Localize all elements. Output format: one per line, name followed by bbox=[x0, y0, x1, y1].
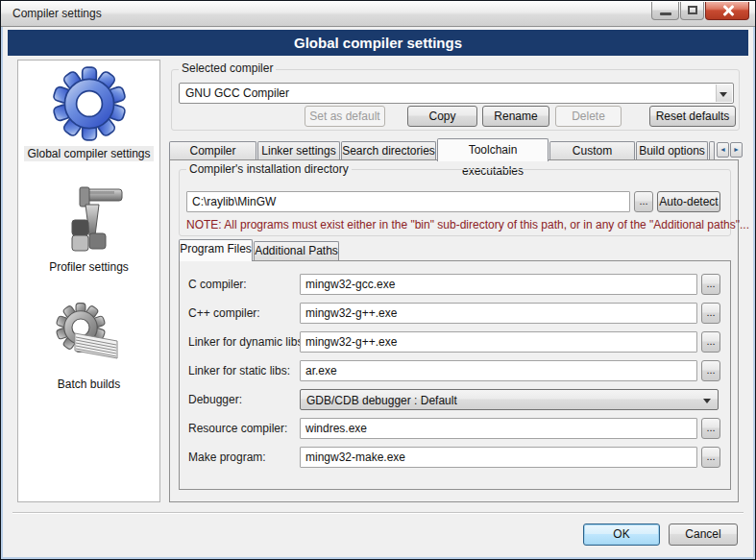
reset-defaults-button[interactable]: Reset defaults bbox=[649, 106, 736, 127]
c-compiler-label: C compiler: bbox=[188, 278, 247, 291]
set-as-default-button[interactable]: Set as default bbox=[305, 106, 385, 127]
tab-partial[interactable] bbox=[709, 141, 715, 160]
static-linker-input[interactable] bbox=[300, 360, 697, 381]
close-button[interactable] bbox=[705, 2, 749, 20]
minimize-icon bbox=[660, 12, 671, 15]
debugger-select[interactable]: GDB/CDB debugger : Default bbox=[300, 389, 719, 410]
settings-category-list: Global compiler settings bbox=[17, 60, 160, 502]
browse-directory-button[interactable]: ... bbox=[634, 191, 653, 212]
installation-directory-input[interactable] bbox=[186, 191, 630, 212]
make-program-label: Make program: bbox=[188, 450, 266, 464]
cpp-compiler-label: C++ compiler: bbox=[188, 306, 260, 320]
make-program-input[interactable] bbox=[300, 447, 697, 468]
auto-detect-button[interactable]: Auto-detect bbox=[657, 191, 720, 212]
static-linker-browse-button[interactable]: ... bbox=[701, 360, 720, 381]
c-compiler-input[interactable] bbox=[300, 274, 697, 295]
tab-build-options[interactable]: Build options bbox=[636, 141, 708, 160]
debugger-select-value: GDB/CDB debugger : Default bbox=[306, 394, 457, 407]
make-program-browse-button[interactable]: ... bbox=[701, 447, 720, 468]
static-linker-label: Linker for static libs: bbox=[188, 364, 290, 377]
tab-scroll-left-button[interactable]: ◄ bbox=[717, 142, 729, 158]
page-title: Global compiler settings bbox=[8, 30, 748, 56]
compiler-select[interactable]: GNU GCC Compiler bbox=[179, 83, 734, 104]
c-compiler-browse-button[interactable]: ... bbox=[701, 274, 720, 295]
installation-directory-group-label: Compiler's installation directory bbox=[186, 162, 352, 176]
delete-button[interactable]: Delete bbox=[555, 106, 622, 127]
minimize-button[interactable] bbox=[651, 2, 679, 20]
tab-linker-settings[interactable]: Linker settings bbox=[257, 141, 340, 160]
resource-compiler-label: Resource compiler: bbox=[188, 422, 287, 435]
tab-custom-variables[interactable]: Custom variables bbox=[549, 141, 635, 160]
sidebar-item-global-compiler-settings[interactable]: Global compiler settings bbox=[18, 147, 159, 160]
dropdown-arrow-icon bbox=[703, 399, 711, 403]
dynamic-linker-browse-button[interactable]: ... bbox=[701, 331, 720, 353]
subtab-additional-paths[interactable]: Additional Paths bbox=[254, 241, 339, 260]
ok-button[interactable]: OK bbox=[583, 523, 660, 546]
resource-compiler-browse-button[interactable]: ... bbox=[701, 418, 720, 439]
dynamic-linker-label: Linker for dynamic libs: bbox=[188, 335, 306, 349]
sidebar-item-profiler-settings[interactable]: Profiler settings bbox=[18, 260, 159, 274]
debugger-label: Debugger: bbox=[188, 393, 242, 406]
selected-compiler-group-label: Selected compiler bbox=[179, 61, 276, 75]
close-icon bbox=[722, 5, 734, 16]
compiler-select-value: GNU GCC Compiler bbox=[185, 86, 289, 100]
tab-search-directories[interactable]: Search directories bbox=[341, 141, 436, 160]
dropdown-arrow-icon[interactable] bbox=[716, 85, 732, 102]
maximize-button[interactable] bbox=[680, 2, 704, 20]
copy-button[interactable]: Copy bbox=[407, 106, 477, 127]
footer-separator bbox=[12, 512, 744, 514]
window-title: Compiler settings bbox=[12, 7, 102, 20]
cpp-compiler-browse-button[interactable]: ... bbox=[701, 303, 720, 324]
sidebar-item-batch-builds[interactable]: Batch builds bbox=[18, 377, 159, 391]
resource-compiler-input[interactable] bbox=[300, 418, 697, 439]
tab-compiler-settings[interactable]: Compiler settings bbox=[169, 141, 256, 160]
gray-gear-stack-icon[interactable] bbox=[18, 301, 159, 376]
titlebar[interactable]: Compiler settings bbox=[1, 1, 755, 27]
cpp-compiler-input[interactable] bbox=[300, 303, 697, 324]
rename-button[interactable]: Rename bbox=[482, 106, 549, 127]
tab-scroll-right-button[interactable]: ► bbox=[730, 142, 743, 158]
blue-gear-icon[interactable] bbox=[18, 66, 159, 145]
compiler-settings-dialog: Compiler settings Global compiler settin… bbox=[0, 0, 756, 560]
caliper-icon[interactable] bbox=[18, 180, 159, 260]
maximize-icon bbox=[688, 6, 697, 14]
bin-subdirectory-note: NOTE: All programs must exist either in … bbox=[186, 218, 749, 231]
tab-toolchain-executables[interactable]: Toolchain executables bbox=[437, 138, 549, 161]
subtab-program-files[interactable]: Program Files bbox=[179, 239, 253, 261]
dynamic-linker-input[interactable] bbox=[300, 331, 697, 353]
cancel-button[interactable]: Cancel bbox=[669, 523, 738, 546]
